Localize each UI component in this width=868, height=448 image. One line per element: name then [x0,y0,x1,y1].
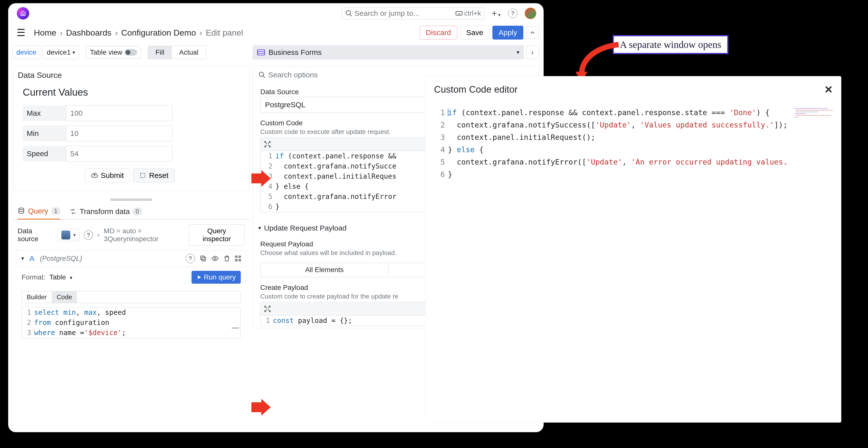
tab-query[interactable]: Query 1 [18,207,60,219]
global-search[interactable]: ctrl+k [342,7,484,20]
section-title: Current Values [23,87,240,98]
annotation-arrow [251,399,271,416]
query-ds-name: (PostgreSQL) [40,254,82,263]
submit-button[interactable]: Submit [85,169,130,182]
right-toolbar: Business Forms ▾ › [253,44,539,61]
apply-button[interactable]: Apply [492,26,523,39]
minimap[interactable] [794,108,831,118]
svg-line-24 [265,306,267,308]
datasource-row: Data source ▾ ? › MD = auto = 3Querynins… [12,220,250,250]
query-letter: A [29,254,34,263]
svg-marker-13 [198,276,201,279]
svg-line-17 [268,142,270,144]
viz-picker[interactable]: Business Forms ▾ [253,45,524,60]
svg-line-18 [265,145,267,147]
database-icon [18,207,25,215]
search-icon [258,71,266,78]
expand-icon [264,305,271,313]
builder-code-segment: Builder Code [22,291,241,303]
svg-rect-2 [456,12,462,15]
expand-cc-button[interactable] [263,140,272,149]
var-device[interactable]: device [12,46,40,59]
code-tab[interactable]: Code [52,291,77,303]
trash-icon[interactable] [223,255,230,262]
close-button[interactable]: ✕ [824,83,833,96]
grafana-logo[interactable] [17,7,29,20]
panel-toolbar: device device1▾ Table view Fill Actual [12,44,250,61]
save-button[interactable]: Save [460,26,489,39]
ds-picker[interactable]: ▾ [58,229,80,241]
form-row: Max [23,105,240,121]
collapse-options-button[interactable] [526,27,539,39]
bc-dashboards[interactable]: Dashboards [66,28,111,38]
eye-icon[interactable] [211,255,219,262]
svg-marker-29 [251,399,271,416]
reset-icon [139,172,147,179]
breadcrumb-row: ☰ Home› Dashboards› Configuration Demo› … [8,22,544,44]
keyboard-icon [455,10,463,17]
breadcrumb: Home› Dashboards› Configuration Demo› Ed… [34,28,243,38]
panel-title: Data Source [18,71,245,80]
transform-icon [69,208,77,215]
builder-tab[interactable]: Builder [22,291,52,303]
svg-point-9 [19,208,24,210]
reset-button[interactable]: Reset [133,169,175,182]
svg-line-16 [265,142,267,144]
sql-editor[interactable]: 1select min, max, speed2from configurati… [22,307,241,338]
svg-rect-11 [201,256,205,260]
copy-icon[interactable] [199,255,207,262]
form-input[interactable] [66,126,173,141]
discard-button[interactable]: Discard [420,26,457,39]
svg-line-25 [268,306,270,308]
modal-title: Custom Code editor [434,84,518,95]
payload-all[interactable]: All Elements [260,263,389,277]
bc-config[interactable]: Configuration Demo [121,28,196,38]
panel-preview: Data Source Current Values MaxMinSpeed S… [12,66,250,191]
var-device-value[interactable]: device1▾ [42,46,80,59]
format-select[interactable]: Table ▾ [49,273,72,281]
run-query-button[interactable]: Run query [191,271,241,284]
query-tabs: Query 1 Transform data 0 [12,203,250,220]
modal-code-editor[interactable]: 1if (context.panel.response && context.p… [434,106,833,410]
expand-cp-button[interactable] [263,304,272,313]
chevron-down-icon: ▾ [21,255,24,262]
form-icon [257,49,265,55]
form-label: Min [23,126,66,141]
ds-help-icon[interactable]: ? [84,230,93,240]
svg-point-14 [259,72,264,77]
svg-line-1 [350,14,352,16]
custom-code-editor-modal: Custom Code editor ✕ 1if (context.panel.… [426,76,841,422]
tab-transform[interactable]: Transform data 0 [69,207,142,219]
topbar: ctrl+k +▾ ? [8,5,544,22]
bc-edit: Edit panel [206,28,243,38]
postgres-icon [61,231,70,239]
query-inspector-button[interactable]: Query inspector [189,225,245,246]
form-input[interactable] [66,105,173,121]
form-label: Speed [23,146,66,161]
next-viz-button[interactable]: › [526,46,539,59]
fit-segment: Fill Actual [148,46,206,59]
chevron-right-icon[interactable]: › [97,232,99,238]
resize-handle[interactable] [110,199,152,201]
form-input[interactable] [66,146,173,162]
add-menu[interactable]: +▾ [492,8,501,19]
svg-line-27 [268,309,270,311]
avatar[interactable] [525,8,536,19]
md-text: MD = auto = 3Queryninspector [104,227,194,243]
bc-home[interactable]: Home [34,28,56,38]
query-help-icon[interactable]: ? [186,254,195,263]
form-label: Max [23,105,66,121]
query-header[interactable]: ▾ A (PostgreSQL) ? [16,250,246,267]
form-row: Speed [23,146,240,162]
help-icon[interactable]: ? [508,9,517,18]
search-input[interactable] [354,9,455,18]
actual-button[interactable]: Actual [172,46,206,59]
menu-icon[interactable]: ☰ [17,27,26,38]
svg-line-19 [268,145,270,147]
table-view-toggle[interactable]: Table view [86,46,141,59]
drag-handle-icon[interactable] [235,255,241,262]
search-icon [345,10,352,17]
top-icons: +▾ ? [492,8,536,19]
cloud-upload-icon [91,172,98,179]
fill-button[interactable]: Fill [148,46,172,59]
